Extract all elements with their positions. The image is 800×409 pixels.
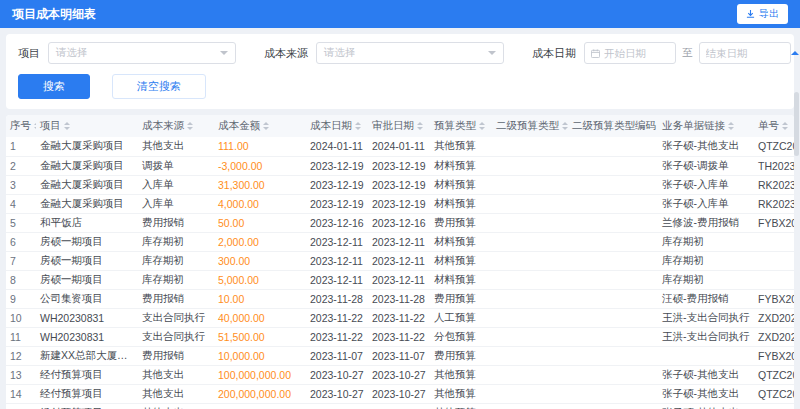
table-row[interactable]: 12新建XX总部大厦工程二期费用报销10,000.002023-11-07202… [6, 346, 794, 365]
table-cell: 2023-11-22 [368, 327, 430, 346]
filter-row: 项目 请选择 成本来源 请选择 成本日期 [18, 42, 782, 64]
table-cell [568, 384, 658, 403]
table-row[interactable]: 15经付预算项目其他支出300,000,000.002023-10-272023… [6, 403, 794, 409]
table-cell [492, 365, 568, 384]
table-cell: 50.00 [214, 213, 306, 232]
table-cell: 张子硕-其他支出 [658, 403, 754, 409]
table-cell [492, 232, 568, 251]
table-cell: 材料预算 [430, 251, 492, 270]
clear-search-button[interactable]: 清空搜索 [112, 74, 206, 99]
table-cell: 王洪-支出合同执行 [658, 327, 754, 346]
table-cell [568, 403, 658, 409]
table-cell: 人工预算 [430, 308, 492, 327]
sort-icon[interactable] [562, 122, 568, 130]
table-row[interactable]: 9公司集资项目费用报销10.002023-11-282023-11-28费用预算… [6, 289, 794, 308]
column-header-label: 成本来源 [142, 119, 184, 131]
table-cell: 8 [6, 270, 36, 289]
table-cell: 经付预算项目 [36, 384, 138, 403]
end-date-field[interactable] [706, 47, 784, 59]
column-header-label: 预算类型 [434, 119, 476, 131]
sort-icon[interactable] [34, 122, 36, 130]
table-cell: 3 [6, 175, 36, 194]
export-button-label: 导出 [759, 7, 779, 21]
column-header[interactable]: 单号 [754, 115, 794, 137]
column-header[interactable]: 序号 [6, 115, 36, 137]
table-cell: 张子硕-入库单 [658, 194, 754, 213]
table-cell: 2023-12-11 [306, 270, 368, 289]
column-header[interactable]: 审批日期 [368, 115, 430, 137]
column-header[interactable]: 项目 [36, 115, 138, 137]
date-range-separator: 至 [682, 46, 693, 60]
sort-icon[interactable] [355, 122, 361, 130]
table-cell: 材料预算 [430, 156, 492, 175]
scrollbar-thumb[interactable] [794, 92, 799, 156]
table-row[interactable]: 11WH20230831支出合同执行51,500.002023-11-22202… [6, 327, 794, 346]
table-cell: 房硕一期项目 [36, 251, 138, 270]
table-cell: 材料预算 [430, 175, 492, 194]
table-cell [568, 270, 658, 289]
table-row[interactable]: 2金融大厦采购项目调拨单-3,000.002023-12-192023-12-1… [6, 156, 794, 175]
export-button[interactable]: 导出 [737, 4, 788, 24]
table-cell: 2023-12-19 [306, 156, 368, 175]
table-cell [568, 327, 658, 346]
table-row[interactable]: 8房硕一期项目库存期初5,000.002023-12-112023-12-11材… [6, 270, 794, 289]
table-cell: 库存期初 [658, 251, 754, 270]
table-cell: RK20231219002 [754, 194, 794, 213]
table-cell: 15 [6, 403, 36, 409]
table-cell: RK20231219003 [754, 175, 794, 194]
column-header[interactable]: 业务单据链接 [658, 115, 754, 137]
table-cell: 300.00 [214, 251, 306, 270]
cost-source-select[interactable]: 请选择 [316, 42, 504, 64]
search-button[interactable]: 搜索 [18, 74, 90, 99]
sort-icon[interactable] [782, 122, 788, 130]
column-header-label: 序号 [10, 119, 31, 131]
project-select[interactable]: 请选择 [48, 42, 236, 64]
project-filter-label: 项目 [18, 46, 40, 61]
cost-table: 序号项目成本来源成本金额成本日期审批日期预算类型二级预算类型二级预算类型编码业务… [6, 115, 794, 409]
table-cell: 和平饭店 [36, 213, 138, 232]
table-cell: 2024-01-11 [306, 137, 368, 156]
start-date-input[interactable] [584, 42, 676, 64]
table-body: 1金融大厦采购项目其他支出111.002024-01-112024-01-11其… [6, 137, 794, 409]
table-row[interactable]: 1金融大厦采购项目其他支出111.002024-01-112024-01-11其… [6, 137, 794, 156]
vertical-scrollbar[interactable] [794, 92, 799, 402]
table-row[interactable]: 7房硕一期项目库存期初300.002023-12-112023-12-11材料预… [6, 251, 794, 270]
table-row[interactable]: 5和平饭店费用报销50.002023-12-162023-12-16费用预算兰修… [6, 213, 794, 232]
start-date-field[interactable] [604, 47, 669, 59]
table-cell: 2024-01-11 [368, 137, 430, 156]
table-cell [492, 289, 568, 308]
table-cell: 张子硕-其他支出 [658, 365, 754, 384]
table-cell: QTZC20231027002 [754, 365, 794, 384]
expand-filter-link[interactable]: 展开筛选 [791, 46, 800, 61]
sort-icon[interactable] [417, 122, 423, 130]
table-row[interactable]: 10WH20230831支出合同执行40,000.002023-11-22202… [6, 308, 794, 327]
column-header[interactable]: 预算类型 [430, 115, 492, 137]
table-row[interactable]: 14经付预算项目其他支出200,000,000.002023-10-272023… [6, 384, 794, 403]
table-cell: 11 [6, 327, 36, 346]
sort-icon[interactable] [479, 122, 485, 130]
table-cell: 2023-12-11 [368, 251, 430, 270]
table-row[interactable]: 4金融大厦采购项目入库单4,000.002023-12-192023-12-19… [6, 194, 794, 213]
table-cell: TH20231219001 [754, 156, 794, 175]
column-header[interactable]: 成本日期 [306, 115, 368, 137]
table-cell: 10,000.00 [214, 346, 306, 365]
project-filter: 项目 请选择 [18, 42, 236, 64]
cost-date-filter: 成本日期 至 [532, 42, 791, 64]
table-cell: 张子硕-调拨单 [658, 156, 754, 175]
table-cell: 库存期初 [138, 232, 214, 251]
sort-icon[interactable] [187, 122, 193, 130]
column-header[interactable]: 二级预算类型 [492, 115, 568, 137]
sort-icon[interactable] [728, 122, 734, 130]
column-header[interactable]: 成本来源 [138, 115, 214, 137]
sort-icon[interactable] [64, 122, 70, 130]
column-header[interactable]: 二级预算类型编码 [568, 115, 658, 137]
table-row[interactable]: 6房硕一期项目库存期初2,000.002023-12-112023-12-11材… [6, 232, 794, 251]
sort-icon[interactable] [263, 122, 269, 130]
table-row[interactable]: 3金融大厦采购项目入库单31,300.002023-12-192023-12-1… [6, 175, 794, 194]
table-row[interactable]: 13经付预算项目其他支出100,000,000.002023-10-272023… [6, 365, 794, 384]
end-date-input[interactable] [699, 42, 791, 64]
column-header-label: 二级预算类型编码 [572, 119, 656, 131]
column-header[interactable]: 成本金额 [214, 115, 306, 137]
project-select-placeholder: 请选择 [56, 46, 88, 60]
table-cell: WH20230831 [36, 308, 138, 327]
